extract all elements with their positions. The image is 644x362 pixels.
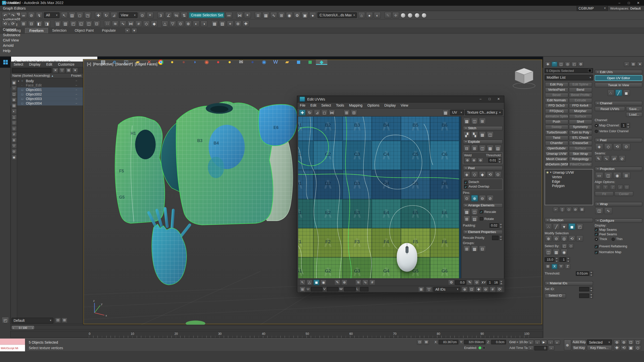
uvw-title-bar[interactable]: Edit UVWs – □ ✕ [297, 96, 504, 103]
sel-vertex-icon[interactable]: ∴ [545, 223, 552, 230]
soft-grid-icon[interactable]: # [369, 280, 375, 285]
isolate-selection-icon[interactable]: ⊡ [417, 339, 423, 345]
split-icon[interactable]: ◫ [479, 145, 486, 151]
quick-peel-icon[interactable]: ◈ [463, 171, 470, 178]
pencil-icon[interactable]: ✎ [384, 12, 391, 18]
stitch-source-icon[interactable]: ▚ [471, 131, 478, 138]
threshold-value[interactable]: 0.01 [489, 158, 497, 163]
expand-stack-icon[interactable]: ▾ [550, 170, 551, 174]
previous-frame-arrow[interactable]: ‹ [13, 326, 14, 329]
start-button[interactable] [0, 57, 11, 68]
uv-eraser-icon[interactable]: ⊘ [474, 280, 480, 285]
select-id-value[interactable] [579, 293, 589, 298]
modifier-button[interactable]: Turn to Poly [569, 130, 592, 135]
menu-item[interactable]: Arnold [0, 43, 29, 48]
rect-selection-icon[interactable]: ◻ [76, 12, 84, 18]
group-delete-icon[interactable]: ⊟ [479, 245, 486, 252]
explorer-menu-item[interactable]: Select [11, 62, 26, 67]
extras-icon-11[interactable]: ◫ [86, 20, 93, 27]
spinner-down-icon[interactable]: ▾ [498, 160, 502, 163]
planar-angle-spinner[interactable]: 15.0▴▾ [545, 257, 559, 262]
clear-seams-icon[interactable]: ⊘ [619, 155, 626, 162]
uv-brush-icon[interactable]: ✎ [467, 280, 473, 285]
explorer-tool-12-icon[interactable]: ▽ [11, 143, 17, 149]
extras-icon-13[interactable]: ∷ [104, 20, 111, 27]
material-ids-rollout-header[interactable]: −Material IDs [545, 281, 593, 286]
previous-frame-icon[interactable]: ‹ [534, 340, 540, 345]
word-app-icon[interactable]: W [270, 60, 281, 65]
selection-filter-dropdown[interactable]: All▾ [44, 12, 60, 18]
folder2-app-icon[interactable]: ▰ [281, 60, 293, 65]
maximize-button[interactable]: □ [625, 1, 632, 6]
extras-icon-20[interactable]: △ [162, 20, 169, 27]
uvw-menu-item[interactable]: Edit [308, 103, 319, 108]
menu-item[interactable]: Civil View [0, 37, 29, 43]
v-field[interactable] [327, 287, 339, 291]
scene-object-row[interactable]: □ Object004 − [11, 101, 83, 106]
spinner-snap-icon[interactable]: ⇅ [181, 12, 188, 18]
mail-app-icon[interactable]: ✉ [235, 60, 247, 65]
uv-pan-icon[interactable]: ✚ [476, 286, 482, 292]
pan-view-icon[interactable]: ✚ [614, 345, 620, 350]
modifier-button[interactable]: Edit Poly [545, 82, 568, 87]
mirror-icon[interactable]: ⋈ [236, 12, 243, 18]
stitch-section-header[interactable]: −Stitch [463, 126, 503, 130]
axis-y-icon[interactable]: Y [558, 264, 564, 269]
extras-icon-29[interactable]: ⊛ [234, 20, 242, 27]
extras-icon-5[interactable]: ◧ [36, 20, 43, 27]
spinner-up-icon[interactable]: ▴ [589, 293, 593, 296]
flatten-icon[interactable]: ▤ [495, 145, 502, 151]
loop-icon[interactable]: ⟲ [569, 235, 576, 242]
spinner-up-icon[interactable]: ▴ [499, 235, 503, 238]
l-field[interactable] [360, 287, 368, 291]
normalize-map-checkbox[interactable]: ✓Normalize Map [595, 250, 642, 254]
separator[interactable] [348, 280, 354, 285]
listener-script-row[interactable]: MAXScript Mi [0, 345, 25, 351]
modifier-button[interactable]: Edit Spline [569, 82, 592, 87]
spinner-down-icon[interactable]: ▾ [626, 125, 630, 128]
modifier-button[interactable]: Symmetry [569, 125, 592, 130]
extras-icon-18[interactable]: ◇ [143, 20, 150, 27]
scene-object-row[interactable]: □ Object002 − [11, 92, 83, 97]
edit-named-sets-icon[interactable]: ≔ [225, 12, 232, 18]
falloff-space-icon[interactable]: ◼ [313, 280, 319, 285]
next-frame-arrow[interactable]: › [32, 326, 33, 329]
modifier-button[interactable]: Twist [545, 135, 568, 140]
w-field[interactable] [344, 287, 356, 291]
paint-select-icon[interactable]: ✎ [334, 280, 340, 285]
extras-icon-14[interactable]: ≋ [112, 20, 119, 27]
reset-uvws-button[interactable]: Reset UVWs [595, 106, 625, 111]
spherical-map-icon[interactable]: ◉ [613, 172, 622, 179]
max-app-icon[interactable]: ◆ [316, 60, 328, 65]
extras-icon-7[interactable]: ▤ [54, 20, 61, 27]
extras-icon-8[interactable]: ▥ [62, 20, 69, 27]
map-seams-checkbox[interactable]: ✓Map Seams [595, 227, 642, 232]
spinner-down-icon[interactable]: ▾ [589, 274, 593, 276]
explode-icon[interactable]: ▦ [487, 145, 494, 151]
explorer-search-input[interactable] [12, 68, 51, 72]
percent-snap-icon[interactable]: % [173, 12, 180, 18]
selection-threshold-spinner[interactable]: 0.01cm▴▾ [576, 271, 593, 276]
modifier-button[interactable]: Skin Wrap [569, 151, 592, 156]
angle-snap-icon[interactable]: ∠ [165, 12, 172, 18]
configure-sets-icon[interactable]: ⊞ [579, 207, 585, 212]
extras-icon-26[interactable]: ▦ [211, 20, 218, 27]
ribbon-toggle-icon[interactable]: ▦ [262, 12, 269, 18]
spinner-down-icon[interactable]: ▾ [499, 282, 503, 285]
hierarchy-tab-icon[interactable]: ◫ [558, 62, 564, 67]
modifier-button[interactable]: Surface [569, 114, 592, 119]
separator[interactable] [101, 20, 103, 27]
extras-icon-16[interactable]: ⋈ [127, 20, 134, 27]
modifier-button[interactable]: Bevel Profile [569, 93, 592, 98]
extras-icon-6[interactable]: ◨ [44, 20, 51, 27]
uvw-menu-item[interactable]: View [398, 103, 411, 108]
scene-object-row[interactable]: □ Object003 − [11, 97, 83, 101]
show-map-icon[interactable]: ▦ [442, 109, 449, 115]
rescale-priority-spinner[interactable]: ▴▾ [492, 235, 503, 241]
group-create-icon[interactable]: ⊞ [463, 245, 470, 252]
rendered-frame-icon[interactable]: ▣ [301, 12, 308, 18]
ring-icon[interactable]: ◎ [561, 235, 568, 242]
uv-zoom-icon[interactable]: ⊖ [482, 286, 489, 292]
frozen-toggle-icon[interactable]: − [75, 102, 77, 105]
extras-icon-15[interactable]: ∿ [119, 20, 127, 27]
